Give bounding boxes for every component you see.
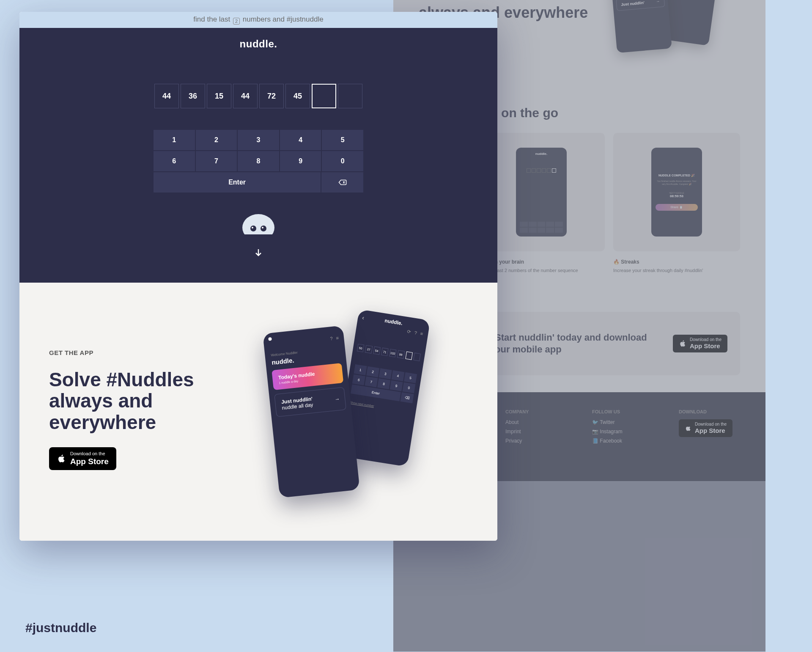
digit-key-1[interactable]: 1 [154,130,195,150]
promo-eyebrow: GET THE APP [49,349,250,356]
sequence-cell: 36 [181,84,205,108]
digit-key-5[interactable]: 5 [322,130,363,150]
promo-section: GET THE APP Solve #Nuddles always and ev… [19,283,497,541]
sequence-cell: 72 [259,84,284,108]
sequence-cell: 44 [154,84,179,108]
backspace-key[interactable] [321,172,363,193]
hashtag-label: #justnuddle [25,621,96,635]
phone-home-screen: ?≡ Welcome Nuddler nuddle. Today's nuddl… [263,325,360,498]
digit-key-8[interactable]: 8 [238,151,279,171]
keypad: 12345 67890 Enter [153,129,364,193]
digit-key-9[interactable]: 9 [280,151,321,171]
digit-key-4[interactable]: 4 [280,130,321,150]
sequence-cell [312,84,336,108]
digit-key-7[interactable]: 7 [196,151,237,171]
svg-point-6 [261,226,266,231]
enter-key[interactable]: Enter [154,172,321,193]
svg-point-7 [252,227,253,228]
bg-cta-title: Start nuddlin' today and download our mo… [495,332,660,356]
mascot-icon [239,210,277,239]
digit-key-2[interactable]: 2 [196,130,237,150]
foreground-page: find the last 2 numbers and #justnuddle … [19,12,497,541]
phone-mockups: ‹ nuddle. ⟳?≡ 5027547110299 12345 67890 … [267,316,468,503]
brand-logo: nuddle. [19,38,497,50]
tagline: find the last 2 numbers and #justnuddle [19,12,497,28]
svg-point-5 [250,226,256,231]
svg-point-8 [262,227,263,228]
appstore-button[interactable]: Download on theApp Store [49,447,116,470]
sequence-cell [338,84,362,108]
bg-appstore-button[interactable]: Download on theApp Store [673,335,727,352]
promo-headline: Solve #Nuddles always and everywhere [49,369,250,433]
sequence-cell: 15 [207,84,231,108]
scroll-down-icon[interactable] [254,248,263,257]
digit-key-6[interactable]: 6 [154,151,195,171]
digit-key-3[interactable]: 3 [238,130,279,150]
sequence-cell: 45 [285,84,310,108]
number-sequence: 443615447245 [19,84,497,108]
digit-key-0[interactable]: 0 [322,151,363,171]
sequence-cell: 44 [233,84,258,108]
game-hero: nuddle. 443615447245 12345 67890 Enter [19,28,497,283]
svg-rect-9 [239,234,277,239]
